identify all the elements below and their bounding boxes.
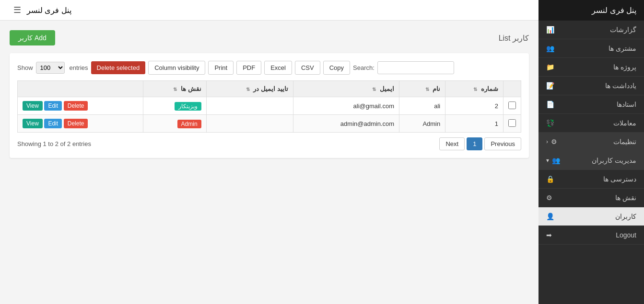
sidebar-item-label: یادداشت ها: [605, 82, 636, 90]
table-row: 1 Admin admin@admin.com Admin Delete Edi…: [18, 115, 521, 133]
next-button[interactable]: Next: [439, 137, 465, 150]
users-icon: 👤: [546, 213, 554, 220]
row-actions: Delete Edit View: [18, 115, 143, 133]
user-management-arrow: ▾: [546, 157, 549, 164]
users-table: شماره ⇅ نام ⇅ ایمیل ⇅ تایید ایمیل در ⇅ ن…: [17, 80, 521, 133]
table-row: 2 ali ali@gmail.com ویزیتکار Delete Edit…: [18, 97, 521, 115]
row-email: ali@gmail.com: [293, 97, 399, 115]
reports-icon: 📊: [546, 26, 554, 34]
th-roles: نقش ها ⇅: [143, 81, 206, 97]
topbar: پنل فری لنسر ☰: [0, 0, 539, 21]
sidebar-item-transactions[interactable]: معاملات 💱: [539, 114, 644, 133]
page-1-button[interactable]: 1: [467, 137, 482, 150]
row-number: 1: [445, 115, 503, 133]
csv-button[interactable]: CSV: [295, 61, 320, 75]
th-email-verified: تایید ایمیل در ⇅: [206, 81, 293, 97]
transactions-icon: 💱: [546, 119, 554, 127]
settings-icon: ⚙: [551, 138, 557, 146]
sidebar-item-label: مشتری ها: [609, 45, 636, 52]
sidebar-item-reports[interactable]: گزارشات 📊: [539, 21, 644, 39]
teachers-icon: 📄: [546, 101, 554, 108]
role-badge: ویزیتکار: [175, 102, 201, 111]
row-checkbox-cell: [503, 97, 521, 115]
sidebar-item-label: مدیریت کاربران: [592, 157, 636, 164]
excel-button[interactable]: Excel: [264, 61, 292, 75]
sidebar-item-roles[interactable]: نقش ها ⚙: [539, 189, 644, 207]
delete-row-button[interactable]: Delete: [64, 119, 88, 128]
sidebar-item-label: تنظیمات: [613, 138, 636, 146]
page-header: کاربر List Add کاربر: [10, 30, 529, 45]
copy-button[interactable]: Copy: [323, 61, 350, 75]
row-name: Admin: [399, 115, 445, 133]
row-number: 2: [445, 97, 503, 115]
row-role: ویزیتکار: [143, 97, 206, 115]
search-input[interactable]: [377, 61, 454, 74]
main-area: پنل فری لنسر ☰ کاربر List Add کاربر Show…: [0, 0, 539, 304]
hamburger-icon[interactable]: ☰: [13, 5, 21, 15]
show-label: Show: [17, 64, 33, 71]
row-role: Admin: [143, 115, 206, 133]
sidebar-header: پنل فری لنسر: [539, 0, 644, 21]
sidebar-title: پنل فری لنسر: [592, 6, 636, 15]
projects-icon: 📁: [546, 63, 554, 71]
edit-row-button[interactable]: Edit: [44, 101, 62, 111]
row-email-verified: [206, 115, 293, 133]
sidebar-item-customers[interactable]: مشتری ها 👥: [539, 39, 644, 58]
view-row-button[interactable]: View: [23, 101, 43, 111]
entries-label: entries: [70, 64, 88, 71]
search-label: Search:: [353, 64, 375, 71]
sidebar-item-settings[interactable]: تنظیمات ⚙ ‹: [539, 133, 644, 151]
notes-icon: 📝: [546, 82, 554, 90]
sidebar-item-access[interactable]: دسترسی ها 🔒: [539, 170, 644, 189]
pagination-buttons: Next 1 Previous: [439, 137, 521, 150]
column-visibility-button[interactable]: Column visibility: [148, 61, 205, 75]
showing-label: Showing 1 to 2 of 2 entries: [17, 140, 91, 147]
row-name: ali: [399, 97, 445, 115]
sidebar-item-notes[interactable]: یادداشت ها 📝: [539, 77, 644, 95]
row-checkbox-cell: [503, 115, 521, 133]
delete-row-button[interactable]: Delete: [64, 101, 88, 111]
pagination-bar: Showing 1 to 2 of 2 entries Next 1 Previ…: [17, 137, 521, 150]
customers-icon: 👥: [546, 45, 554, 52]
search-bar: Search:: [353, 61, 454, 74]
row-actions: Delete Edit View: [18, 97, 143, 115]
th-number: شماره ⇅: [445, 81, 503, 97]
row-checkbox[interactable]: [508, 101, 516, 109]
add-user-button[interactable]: Add کاربر: [10, 30, 55, 45]
settings-arrow: ‹: [546, 138, 548, 145]
row-email-verified: [206, 97, 293, 115]
role-badge: Admin: [177, 120, 201, 128]
delete-selected-button[interactable]: Delete selected: [91, 61, 146, 74]
print-button[interactable]: Print: [208, 61, 234, 75]
controls-bar: Show 100 25 50 entries Delete selected C…: [17, 61, 521, 75]
main-card: Show 100 25 50 entries Delete selected C…: [10, 53, 529, 158]
page-title: کاربر List: [499, 34, 529, 43]
sidebar-item-teachers[interactable]: استادها 📄: [539, 95, 644, 114]
edit-row-button[interactable]: Edit: [44, 119, 62, 128]
show-entries-select[interactable]: 100 25 50: [36, 62, 65, 74]
access-icon: 🔒: [546, 175, 554, 183]
sidebar-item-label: پروژه ها: [613, 63, 636, 71]
logout-icon: ➡: [546, 231, 552, 239]
row-checkbox[interactable]: [508, 119, 516, 127]
previous-button[interactable]: Previous: [484, 137, 521, 150]
sidebar-item-label: کاربران: [615, 213, 636, 220]
sidebar-item-logout[interactable]: Logout ➡: [539, 226, 644, 245]
sidebar-item-user-management[interactable]: مدیریت کاربران 👥 ▾: [539, 151, 644, 170]
roles-icon: ⚙: [546, 194, 552, 202]
th-email: ایمیل ⇅: [293, 81, 399, 97]
user-management-icon: 👥: [552, 157, 560, 164]
sidebar-item-label: دسترسی ها: [603, 175, 636, 183]
sidebar: پنل فری لنسر گزارشات 📊 مشتری ها 👥 پروژه …: [539, 0, 644, 304]
th-name: نام ⇅: [399, 81, 445, 97]
th-checkbox: [503, 81, 521, 97]
content-area: کاربر List Add کاربر Show 100 25 50 entr…: [0, 21, 539, 304]
sidebar-item-label: معاملات: [613, 119, 636, 127]
sidebar-item-label: Logout: [616, 231, 636, 239]
pdf-button[interactable]: PDF: [236, 61, 261, 75]
row-email: admin@admin.com: [293, 115, 399, 133]
th-actions: [18, 81, 143, 97]
sidebar-item-users[interactable]: کاربران 👤: [539, 207, 644, 226]
view-row-button[interactable]: View: [23, 119, 43, 128]
sidebar-item-projects[interactable]: پروژه ها 📁: [539, 58, 644, 77]
